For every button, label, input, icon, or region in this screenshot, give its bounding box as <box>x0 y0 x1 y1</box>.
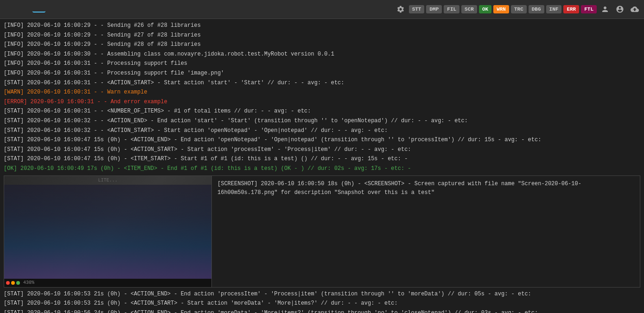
screenshot-panel: LITE... 430% [SCREENSHOT] 2020-06-10 16:… <box>4 175 640 288</box>
toolbar: STT DMP FIL SCR OK WRN TRC DBG INF ERR F… <box>0 0 644 19</box>
filter-err[interactable]: ERR <box>563 5 579 13</box>
log-line: [INFO] 2020-06-10 16:00:29 - - Sending #… <box>0 31 644 40</box>
log-line: [INFO] 2020-06-10 16:00:29 - - Sending #… <box>0 40 644 50</box>
log-line: [INFO] 2020-06-10 16:00:30 - - Assemblin… <box>0 50 644 59</box>
log-line: [STAT] 2020-06-10 16:00:47 15s (0h) - <A… <box>0 145 644 155</box>
filter-fil[interactable]: FIL <box>444 5 459 13</box>
user-icon[interactable] <box>599 3 612 16</box>
log-line: [STAT] 2020-06-10 16:00:32 - - <ACTION_E… <box>0 116 644 126</box>
filter-dbg[interactable]: DBG <box>529 5 544 13</box>
tab-workflow[interactable] <box>3 6 16 12</box>
log-line: [STAT] 2020-06-10 16:00:47 15s (0h) - <A… <box>0 135 644 145</box>
filter-trc[interactable]: TRC <box>511 5 527 13</box>
filter-dmp[interactable]: DMP <box>426 5 442 13</box>
tab-execution-log[interactable] <box>32 6 45 13</box>
person-icon[interactable] <box>613 3 626 16</box>
settings-icon[interactable] <box>394 3 407 16</box>
filter-ftl[interactable]: FTL <box>581 5 597 13</box>
screenshot-text: [SCREENSHOT] 2020-06-10 16:00:50 18s (0h… <box>212 176 640 287</box>
log-line: [STAT] 2020-06-10 16:00:56 24s (0h) - <A… <box>0 308 644 313</box>
log-line: [OK] 2020-06-10 16:00:49 17s (0h) - <ITE… <box>0 164 644 174</box>
log-line: [INFO] 2020-06-10 16:00:29 - - Sending #… <box>0 21 644 31</box>
log-line: [STAT] 2020-06-10 16:00:31 - - <ACTION_S… <box>0 78 644 88</box>
filter-wrn[interactable]: WRN <box>493 5 509 13</box>
filter-scr[interactable]: SCR <box>461 5 477 13</box>
filter-stt[interactable]: STT <box>409 5 425 13</box>
log-line: [INFO] 2020-06-10 16:00:31 - - Processin… <box>0 59 644 69</box>
log-line: [STAT] 2020-06-10 16:00:47 15s (0h) - <I… <box>0 154 644 164</box>
upload-icon[interactable] <box>628 3 641 16</box>
log-line: [WARN] 2020-06-10 16:00:31 - - Warn exam… <box>0 88 644 97</box>
log-line: [STAT] 2020-06-10 16:00:32 - - <ACTION_S… <box>0 126 644 136</box>
log-line: [ERROR] 2020-06-10 16:00:31 - - And erro… <box>0 97 644 107</box>
tab-results[interactable] <box>18 6 31 12</box>
dot-green <box>16 281 20 285</box>
log-line: [STAT] 2020-06-10 16:00:31 - - <NUMBER_O… <box>0 106 644 116</box>
minibar-label: 430% <box>23 280 34 285</box>
dot-orange <box>11 281 15 285</box>
log-line: [STAT] 2020-06-10 16:00:53 21s (0h) - <A… <box>0 299 644 308</box>
log-line: [STAT] 2020-06-10 16:00:53 21s (0h) - <A… <box>0 289 644 299</box>
dot-red <box>6 281 10 285</box>
log-line: [INFO] 2020-06-10 16:00:31 - - Processin… <box>0 69 644 78</box>
filter-ok[interactable]: OK <box>479 5 491 13</box>
screenshot-minibar: 430% <box>4 279 211 287</box>
screenshot-image[interactable]: LITE... 430% <box>4 176 212 287</box>
filter-inf[interactable]: INF <box>546 5 562 13</box>
log-container: [INFO] 2020-06-10 16:00:29 - - Sending #… <box>0 19 644 313</box>
